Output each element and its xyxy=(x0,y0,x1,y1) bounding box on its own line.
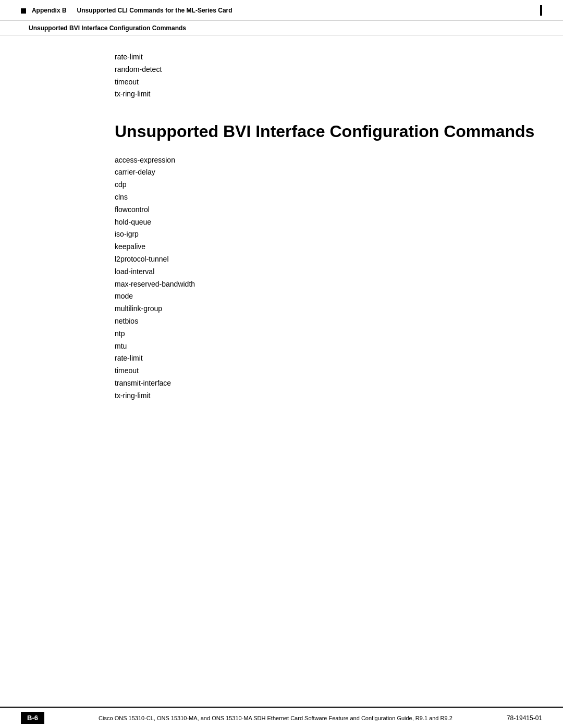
header-square-icon xyxy=(21,8,26,14)
page-number: B-6 xyxy=(21,712,44,724)
sub-header-text: Unsupported BVI Interface Configuration … xyxy=(29,24,186,32)
list-item: flowcontrol xyxy=(115,204,542,216)
list-item: load-interval xyxy=(115,266,542,278)
bvi-commands-list: access-expression carrier-delay cdp clns… xyxy=(115,154,542,402)
top-header: Appendix B Unsupported CLI Commands for … xyxy=(0,0,563,20)
list-item: timeout xyxy=(115,76,542,89)
list-item: rate-limit xyxy=(115,51,542,64)
page-container: Appendix B Unsupported CLI Commands for … xyxy=(0,0,563,728)
prev-commands-list: rate-limit random-detect timeout tx-ring… xyxy=(115,51,542,101)
list-item: netbios xyxy=(115,315,542,328)
sub-header: Unsupported BVI Interface Configuration … xyxy=(0,20,563,35)
footer-left: B-6 xyxy=(21,712,44,724)
header-right-wrapper xyxy=(535,5,542,16)
list-item: random-detect xyxy=(115,64,542,76)
list-item: access-expression xyxy=(115,154,542,167)
header-appendix-label: Appendix B xyxy=(32,7,67,14)
list-item: timeout xyxy=(115,365,542,377)
list-item: transmit-interface xyxy=(115,377,542,390)
footer-doc-number: 78-19415-01 xyxy=(507,714,542,722)
list-item: tx-ring-limit xyxy=(115,390,542,402)
bottom-footer: B-6 Cisco ONS 15310-CL, ONS 15310-MA, an… xyxy=(0,707,563,728)
section-heading: Unsupported BVI Interface Configuration … xyxy=(115,121,542,141)
main-content: rate-limit random-detect timeout tx-ring… xyxy=(0,35,563,562)
header-left: Appendix B Unsupported CLI Commands for … xyxy=(21,7,232,14)
list-item: l2protocol-tunnel xyxy=(115,253,542,266)
header-appendix-title: Unsupported CLI Commands for the ML-Seri… xyxy=(77,7,232,14)
header-right-border xyxy=(540,5,542,16)
list-item: rate-limit xyxy=(115,352,542,365)
footer-description: Cisco ONS 15310-CL, ONS 15310-MA, and ON… xyxy=(44,715,507,721)
list-item: keepalive xyxy=(115,241,542,253)
list-item: iso-igrp xyxy=(115,228,542,241)
list-item: mode xyxy=(115,290,542,303)
list-item: max-reserved-bandwidth xyxy=(115,278,542,291)
list-item: mtu xyxy=(115,340,542,353)
list-item: clns xyxy=(115,191,542,204)
list-item: carrier-delay xyxy=(115,166,542,179)
list-item: tx-ring-limit xyxy=(115,88,542,101)
list-item: hold-queue xyxy=(115,216,542,229)
spacer xyxy=(0,562,563,707)
list-item: ntp xyxy=(115,328,542,340)
list-item: multilink-group xyxy=(115,303,542,315)
list-item: cdp xyxy=(115,179,542,191)
